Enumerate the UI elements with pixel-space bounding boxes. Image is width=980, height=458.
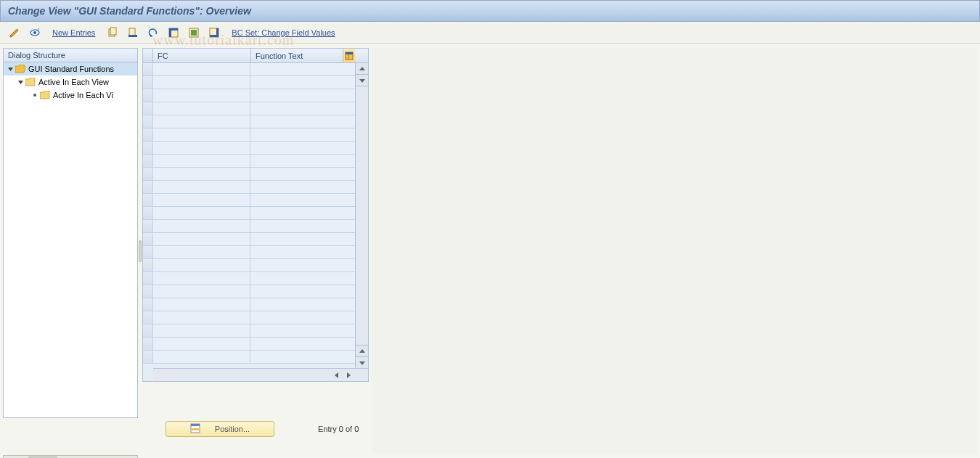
row-selector[interactable]	[143, 142, 153, 155]
row-selector[interactable]	[143, 168, 153, 181]
row-selector[interactable]	[143, 324, 153, 338]
row-selector[interactable]	[143, 115, 153, 128]
table-row[interactable]	[143, 233, 355, 246]
cell-fc[interactable]	[153, 324, 250, 338]
deselect-all-button[interactable]	[205, 25, 223, 41]
cell-function-text[interactable]	[250, 338, 355, 351]
cell-function-text[interactable]	[250, 324, 355, 338]
table-row[interactable]	[143, 285, 355, 298]
table-row[interactable]	[143, 311, 355, 324]
row-selector[interactable]	[143, 76, 153, 89]
cell-fc[interactable]	[153, 246, 250, 259]
collapse-icon[interactable]	[7, 65, 14, 73]
row-selector[interactable]	[143, 285, 153, 298]
cell-function-text[interactable]	[250, 128, 355, 142]
select-all-column-header[interactable]	[143, 49, 153, 62]
cell-function-text[interactable]	[250, 233, 355, 246]
cell-function-text[interactable]	[250, 207, 355, 220]
row-selector[interactable]	[143, 298, 153, 311]
table-row[interactable]	[143, 324, 355, 338]
table-row[interactable]	[143, 181, 355, 194]
table-row[interactable]	[143, 155, 355, 168]
tree-node-gui-standard-functions[interactable]: GUI Standard Functions	[4, 62, 137, 75]
table-row[interactable]	[143, 115, 355, 128]
scroll-left-button[interactable]	[332, 370, 342, 380]
cell-function-text[interactable]	[250, 259, 355, 272]
column-header-fc[interactable]: FC	[153, 49, 251, 62]
cell-fc[interactable]	[153, 155, 250, 168]
table-row[interactable]	[143, 298, 355, 311]
cell-fc[interactable]	[153, 63, 250, 76]
table-horizontal-scrollbar[interactable]	[153, 368, 368, 381]
scroll-up-button[interactable]	[356, 63, 368, 75]
table-row[interactable]	[143, 128, 355, 142]
cell-function-text[interactable]	[250, 194, 355, 207]
cell-fc[interactable]	[153, 298, 250, 311]
cell-fc[interactable]	[153, 168, 250, 181]
scroll-down-button[interactable]	[356, 356, 368, 368]
row-selector[interactable]	[143, 89, 153, 102]
cell-fc[interactable]	[153, 272, 250, 285]
table-row[interactable]	[143, 220, 355, 233]
cell-fc[interactable]	[153, 338, 250, 351]
row-selector[interactable]	[143, 233, 153, 246]
cell-fc[interactable]	[153, 285, 250, 298]
table-row[interactable]	[143, 351, 355, 364]
table-settings-button[interactable]	[343, 49, 355, 62]
row-selector[interactable]	[143, 259, 153, 272]
select-block-button[interactable]	[185, 25, 203, 41]
cell-function-text[interactable]	[250, 181, 355, 194]
table-row[interactable]	[143, 168, 355, 181]
row-selector[interactable]	[143, 272, 153, 285]
cell-function-text[interactable]	[250, 285, 355, 298]
cell-function-text[interactable]	[250, 168, 355, 181]
undo-button[interactable]	[144, 25, 162, 41]
toggle-display-change-button[interactable]	[6, 25, 23, 41]
table-row[interactable]	[143, 63, 355, 76]
table-row[interactable]	[143, 272, 355, 285]
table-row[interactable]	[143, 89, 355, 102]
cell-fc[interactable]	[153, 259, 250, 272]
cell-fc[interactable]	[153, 194, 250, 207]
row-selector[interactable]	[143, 220, 153, 233]
cell-fc[interactable]	[153, 102, 250, 115]
tree-node-active-in-each-view-child[interactable]: Active In Each Vi	[4, 89, 137, 102]
table-row[interactable]	[143, 76, 355, 89]
row-selector[interactable]	[143, 338, 153, 351]
cell-fc[interactable]	[153, 207, 250, 220]
cell-fc[interactable]	[153, 89, 250, 102]
cell-function-text[interactable]	[250, 272, 355, 285]
row-selector[interactable]	[143, 155, 153, 168]
cell-function-text[interactable]	[250, 76, 355, 89]
cell-function-text[interactable]	[250, 115, 355, 128]
row-selector[interactable]	[143, 194, 153, 207]
table-row[interactable]	[143, 207, 355, 220]
table-row[interactable]	[143, 259, 355, 272]
table-row[interactable]	[143, 338, 355, 351]
scroll-up-button[interactable]	[356, 345, 368, 356]
cell-fc[interactable]	[153, 76, 250, 89]
cell-function-text[interactable]	[250, 63, 355, 76]
cell-function-text[interactable]	[250, 246, 355, 259]
row-selector[interactable]	[143, 207, 153, 220]
row-selector[interactable]	[143, 128, 153, 142]
cell-function-text[interactable]	[250, 220, 355, 233]
other-view-button[interactable]	[26, 25, 44, 41]
row-selector[interactable]	[143, 246, 153, 259]
cell-function-text[interactable]	[250, 298, 355, 311]
table-row[interactable]	[143, 246, 355, 259]
scroll-right-button[interactable]	[343, 370, 354, 380]
cell-fc[interactable]	[153, 220, 250, 233]
cell-function-text[interactable]	[250, 89, 355, 102]
column-header-function-text[interactable]: Function Text	[251, 49, 343, 62]
cell-fc[interactable]	[153, 181, 250, 194]
delete-button[interactable]	[124, 25, 142, 41]
position-button[interactable]: Position...	[166, 421, 274, 437]
cell-function-text[interactable]	[250, 351, 355, 364]
cell-function-text[interactable]	[250, 155, 355, 168]
bc-set-button[interactable]: BC Set: Change Field Values	[226, 28, 340, 37]
cell-function-text[interactable]	[250, 142, 355, 155]
row-selector[interactable]	[143, 311, 153, 324]
tree-horizontal-scrollbar[interactable]	[3, 455, 138, 458]
cell-fc[interactable]	[153, 142, 250, 155]
